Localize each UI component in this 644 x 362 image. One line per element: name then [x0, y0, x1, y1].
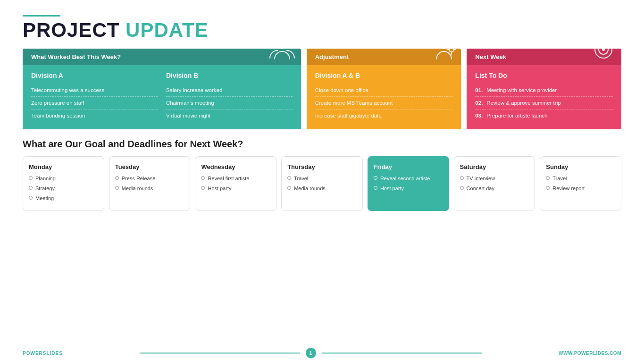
division-a-item-1: Telecommuting was a success	[31, 84, 158, 97]
division-b-item-1: Salary increase worked	[166, 84, 293, 97]
day-name-sunday: Sunday	[546, 163, 615, 170]
wednesday-item-1: Reveal first artiste	[201, 175, 270, 182]
wednesday-item-2: Host party	[201, 185, 270, 192]
bullet-icon	[201, 176, 205, 180]
friday-item-2: Host party	[374, 185, 443, 192]
day-name-thursday: Thursday	[287, 163, 357, 170]
nextweek-division-title: List To Do	[475, 72, 613, 79]
title-teal: UPDATE	[125, 19, 209, 41]
bullet-icon	[546, 186, 550, 190]
nextweek-card-header: Next Week	[467, 49, 621, 65]
nextweek-card: Next Week List To Do 01. Meeting with se…	[467, 49, 621, 129]
bullet-icon	[460, 186, 464, 190]
day-name-wednesday: Wednesday	[201, 163, 270, 170]
bullet-icon	[115, 186, 119, 190]
worked-card: What Worked Best This Week? Division A	[23, 49, 301, 129]
worked-card-body: Division A Telecommuting was a success Z…	[23, 65, 301, 129]
page: PROJECT UPDATE What Worked Best This Wee…	[0, 0, 644, 362]
goals-title: What are Our Goal and Deadlines for Next…	[23, 139, 621, 150]
footer-line-left	[140, 353, 300, 354]
bullet-icon	[29, 186, 33, 190]
top-cards-section: What Worked Best This Week? Division A	[23, 49, 621, 129]
day-card-saturday: Saturday TV interview Concert day	[454, 156, 535, 211]
header: PROJECT UPDATE	[23, 15, 621, 40]
item-number-1: 01.	[475, 87, 484, 93]
adjust-item-3: Increase staff gigabyte data	[315, 109, 453, 122]
days-grid: Monday Planning Strategy Meeting Tuesday	[23, 156, 621, 211]
thursday-item-1: Travel	[287, 175, 357, 182]
bullet-icon	[287, 176, 291, 180]
footer-center: 1	[140, 348, 482, 358]
item-number-2: 02.	[475, 100, 484, 106]
brand-dark: POWER	[23, 351, 43, 356]
saturday-item-2: Concert day	[460, 185, 529, 192]
nextweek-card-body: List To Do 01. Meeting with service prov…	[467, 65, 621, 129]
monday-item-3: Meeting	[29, 195, 98, 202]
bullet-icon	[29, 196, 33, 200]
adjust-card-header-label: Adjustment	[315, 53, 349, 60]
division-b-item-3: Virtual movie night	[166, 109, 293, 122]
day-name-friday: Friday	[374, 163, 443, 170]
goals-section: What are Our Goal and Deadlines for Next…	[23, 139, 621, 343]
sunday-item-1: Travel	[546, 175, 615, 182]
target-icon	[590, 35, 615, 60]
footer: POWERSLIDES 1 WWW.POWERLIDES.COM	[23, 343, 621, 362]
title-dark: PROJECT	[23, 19, 119, 41]
page-title: PROJECT UPDATE	[23, 20, 621, 40]
page-number: 1	[306, 348, 316, 358]
tuesday-item-1: Press Release	[115, 175, 184, 182]
bullet-icon	[287, 186, 291, 190]
monday-item-1: Planning	[29, 175, 98, 182]
people-icon	[268, 35, 293, 60]
adjust-card-body: Division A & B Close down one office Cre…	[307, 65, 461, 129]
nextweek-card-header-label: Next Week	[475, 53, 506, 60]
day-card-tuesday: Tuesday Press Release Media rounds	[109, 156, 191, 211]
bullet-icon	[546, 176, 550, 180]
day-card-monday: Monday Planning Strategy Meeting	[23, 156, 104, 211]
item-text-3: Prepare for artiste launch	[486, 113, 547, 118]
division-b-item-2: Chairman's meeting	[166, 97, 293, 109]
gear-person-icon	[430, 35, 454, 60]
day-card-thursday: Thursday Travel Media rounds	[281, 156, 363, 211]
worked-card-header: What Worked Best This Week?	[23, 49, 301, 65]
monday-item-2: Strategy	[29, 185, 98, 192]
bullet-icon	[115, 176, 119, 180]
bullet-icon	[29, 176, 33, 180]
bullet-icon	[374, 186, 377, 190]
day-card-friday: Friday Reveal second artiste Host party	[368, 156, 449, 211]
item-text-1: Meeting with service provider	[486, 87, 557, 93]
day-card-wednesday: Wednesday Reveal first artiste Host part…	[195, 156, 276, 211]
header-accent-line	[23, 15, 60, 17]
brand-teal: SLIDES	[43, 351, 63, 356]
svg-point-3	[440, 41, 448, 49]
bullet-icon	[201, 186, 205, 190]
division-a-item-2: Zero pressure on staff	[31, 97, 158, 109]
svg-point-2	[278, 41, 286, 49]
nextweek-item-1: 01. Meeting with service provider	[475, 84, 613, 97]
bullet-icon	[374, 176, 377, 180]
friday-item-1: Reveal second artiste	[374, 175, 443, 182]
division-b-title: Division B	[166, 72, 293, 79]
adjust-division-title: Division A & B	[315, 72, 453, 79]
adjust-item-2: Create more MS Teams account	[315, 97, 453, 109]
footer-website: WWW.POWERLIDES.COM	[559, 351, 621, 356]
sunday-item-2: Review report	[546, 185, 615, 192]
thursday-item-2: Media rounds	[287, 185, 357, 192]
worked-card-header-label: What Worked Best This Week?	[31, 53, 121, 60]
adjust-card: Adjustment Division A & B Close down one…	[307, 49, 461, 129]
adjust-card-header: Adjustment	[307, 49, 461, 65]
division-a-col: Division A Telecommuting was a success Z…	[31, 72, 158, 122]
day-name-saturday: Saturday	[460, 163, 529, 170]
svg-point-7	[602, 48, 605, 51]
division-a-title: Division A	[31, 72, 158, 79]
division-a-item-3: Team bonding session	[31, 109, 158, 122]
division-b-col: Division B Salary increase worked Chairm…	[166, 72, 293, 122]
bullet-icon	[460, 176, 464, 180]
day-name-monday: Monday	[29, 163, 98, 170]
nextweek-item-3: 03. Prepare for artiste launch	[475, 109, 613, 122]
day-name-tuesday: Tuesday	[115, 163, 184, 170]
tuesday-item-2: Media rounds	[115, 185, 184, 192]
adjust-item-1: Close down one office	[315, 84, 453, 97]
item-text-2: Review & approve summer trip	[486, 100, 560, 106]
footer-line-right	[322, 353, 482, 354]
